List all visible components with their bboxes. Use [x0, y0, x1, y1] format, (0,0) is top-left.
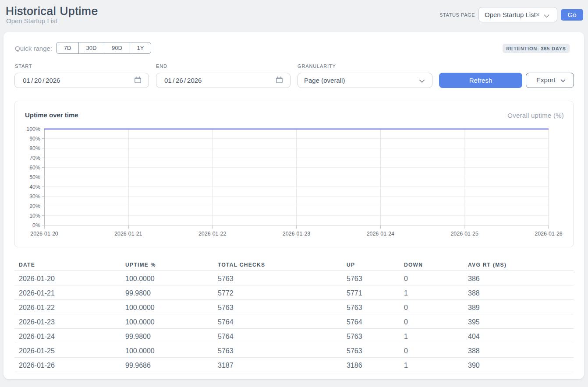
svg-text:10%: 10% — [29, 213, 40, 219]
svg-text:2026-01-24: 2026-01-24 — [367, 231, 394, 237]
svg-text:2026-01-26: 2026-01-26 — [535, 231, 562, 237]
svg-text:20%: 20% — [29, 203, 40, 209]
svg-text:30%: 30% — [29, 194, 40, 200]
svg-text:2026-01-22: 2026-01-22 — [198, 231, 226, 237]
svg-text:50%: 50% — [29, 174, 40, 180]
svg-text:0%: 0% — [32, 222, 40, 229]
svg-text:2026-01-21: 2026-01-21 — [114, 231, 142, 237]
svg-text:60%: 60% — [29, 165, 40, 171]
svg-text:100%: 100% — [26, 126, 40, 132]
svg-text:2026-01-20: 2026-01-20 — [30, 231, 58, 237]
svg-text:2026-01-25: 2026-01-25 — [450, 231, 478, 237]
svg-text:70%: 70% — [29, 155, 40, 161]
svg-text:40%: 40% — [29, 184, 40, 190]
svg-text:90%: 90% — [29, 136, 40, 142]
svg-text:80%: 80% — [29, 145, 40, 151]
svg-text:2026-01-23: 2026-01-23 — [283, 231, 310, 237]
